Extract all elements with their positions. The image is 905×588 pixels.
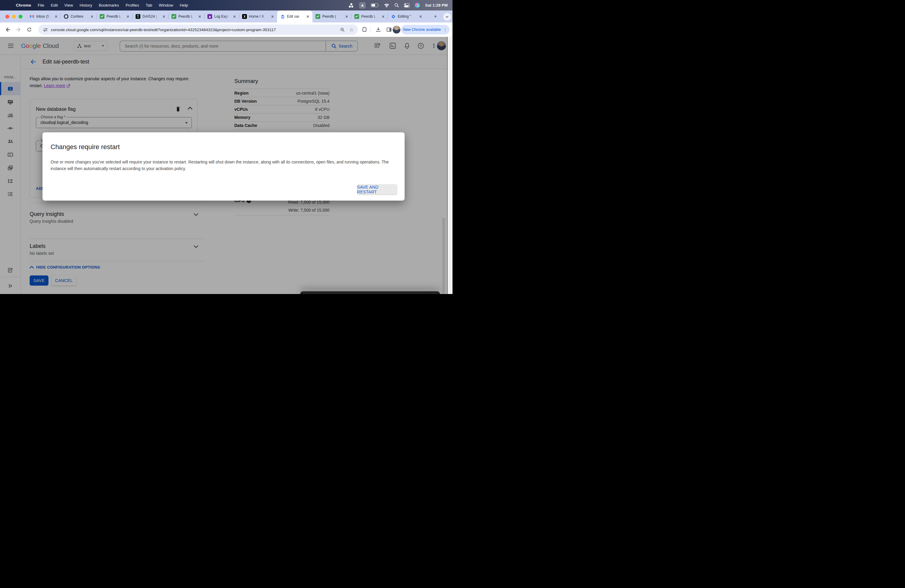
new-tab-button[interactable]: + — [432, 13, 439, 20]
wifi-icon[interactable] — [384, 3, 389, 8]
tab-conference[interactable]: Confere ✕ — [61, 11, 97, 22]
close-tab-icon[interactable]: ✕ — [162, 14, 166, 19]
background-window-edge[interactable] — [300, 291, 440, 294]
tab-title: Confere — [71, 14, 88, 19]
browser-menu-icon[interactable]: ⋮ — [443, 27, 448, 32]
update-chrome-chip[interactable]: New Chrome available ⋮ — [401, 25, 449, 35]
bookmark-star-icon[interactable]: ☆ — [349, 27, 354, 33]
tab-title: Peerdb L — [106, 14, 124, 19]
screen: Chrome File Edit View History Bookmarks … — [0, 0, 452, 294]
close-tab-icon[interactable]: ✕ — [126, 14, 130, 19]
tab-title: Log Expl — [214, 14, 230, 19]
dialog-title: Changes require restart — [51, 143, 120, 151]
menu-profiles[interactable]: Profiles — [122, 3, 143, 8]
x-favicon: X — [242, 14, 247, 19]
site-info-icon[interactable] — [43, 27, 48, 32]
tab-editing[interactable]: Editing " ✕ — [388, 11, 425, 22]
tab-title: DAIS24 ( — [143, 14, 159, 19]
close-tab-icon[interactable]: ✕ — [418, 14, 423, 19]
gmail-favicon — [29, 14, 34, 19]
tab-peerdb-3[interactable]: Peerdb ( ✕ — [313, 11, 351, 22]
update-chip-label: New Chrome available — [403, 27, 441, 32]
downloads-icon[interactable] — [375, 26, 382, 33]
close-tab-icon[interactable]: ✕ — [270, 14, 275, 19]
editing-app-favicon — [391, 14, 395, 19]
peerdb-favicon — [171, 14, 176, 19]
menu-window[interactable]: Window — [155, 3, 176, 8]
tab-peerdb-2[interactable]: Peerdb L ✕ — [168, 11, 205, 22]
forward-icon[interactable] — [15, 26, 22, 33]
tab-title: Peerdb ( — [322, 14, 342, 19]
tab-log-explorer[interactable]: Log Expl ✕ — [205, 11, 239, 22]
tab-x-home[interactable]: X Home / X ✕ — [239, 11, 277, 22]
peerdb-favicon — [100, 14, 105, 19]
back-icon[interactable] — [4, 26, 11, 33]
menu-file[interactable]: File — [35, 3, 48, 8]
tab-dais24[interactable]: DAIS DAIS24 ( ✕ — [133, 11, 168, 22]
dialog-body-text: One or more changes you've selected will… — [51, 159, 398, 172]
restart-confirmation-dialog: Changes require restart One or more chan… — [43, 132, 405, 200]
background-window-sliver[interactable] — [447, 37, 452, 294]
menu-view[interactable]: View — [61, 3, 76, 8]
siri-icon[interactable] — [415, 3, 420, 8]
tab-title: Peerdb L — [361, 14, 379, 19]
menu-edit[interactable]: Edit — [48, 3, 61, 8]
datadog-favicon — [207, 14, 212, 19]
extensions-icon[interactable] — [361, 26, 368, 33]
menu-bookmarks[interactable]: Bookmarks — [95, 3, 122, 8]
dais-favicon: DAIS — [136, 14, 140, 19]
url-text[interactable]: console.cloud.google.com/sql/instances/s… — [51, 27, 340, 32]
close-tab-icon[interactable]: ✕ — [232, 14, 237, 19]
dialog-save-and-restart-button[interactable]: SAVE AND RESTART — [357, 184, 397, 195]
tab-title: Editing " — [398, 14, 416, 19]
spotlight-search-icon[interactable] — [394, 3, 399, 8]
stats-widget-icon[interactable] — [349, 3, 354, 8]
close-tab-icon[interactable]: ✕ — [345, 14, 349, 19]
menu-chrome[interactable]: Chrome — [13, 3, 35, 8]
menu-tab[interactable]: Tab — [143, 3, 156, 8]
postgresql-favicon — [64, 14, 68, 19]
menu-bar-clock[interactable]: Sat 1:29 PM — [425, 3, 448, 8]
minimize-window-button[interactable] — [12, 15, 16, 19]
tab-edit-instance-active[interactable]: Edit sai- ✕ — [277, 11, 313, 22]
tab-search-button[interactable] — [443, 13, 451, 21]
close-tab-icon[interactable]: ✕ — [197, 14, 202, 19]
peerdb-favicon — [316, 14, 320, 19]
menu-help[interactable]: Help — [176, 3, 191, 8]
chrome-tab-strip: Inbox (5 ✕ Confere ✕ Peerdb L ✕ DAIS DAI… — [0, 11, 452, 22]
window-controls — [5, 15, 22, 19]
control-center-icon[interactable] — [404, 3, 410, 8]
zoom-window-button[interactable] — [19, 15, 22, 19]
side-panel-icon[interactable] — [386, 26, 393, 33]
chrome-toolbar: console.cloud.google.com/sql/instances/s… — [0, 22, 452, 37]
peerdb-favicon — [354, 14, 359, 19]
close-tab-icon[interactable]: ✕ — [90, 14, 94, 19]
screenshot-app-icon[interactable] — [359, 2, 366, 9]
close-tab-icon[interactable]: ✕ — [306, 14, 310, 19]
zoom-page-icon[interactable] — [340, 27, 345, 32]
toolbar-divider — [370, 27, 371, 33]
browser-profile-avatar[interactable] — [393, 26, 400, 33]
battery-icon[interactable] — [371, 3, 379, 7]
close-tab-icon[interactable]: ✕ — [381, 14, 386, 19]
tab-title: Peerdb L — [178, 14, 195, 19]
tab-peerdb-4[interactable]: Peerdb L ✕ — [351, 11, 388, 22]
tab-inbox[interactable]: Inbox (5 ✕ — [26, 11, 61, 22]
page-scrollbar[interactable] — [442, 218, 445, 294]
menu-history[interactable]: History — [76, 3, 95, 8]
address-bar[interactable]: console.cloud.google.com/sql/instances/s… — [38, 25, 358, 35]
macos-menu-bar: Chrome File Edit View History Bookmarks … — [0, 0, 452, 11]
tab-peerdb-1[interactable]: Peerdb L ✕ — [97, 11, 133, 22]
reload-icon[interactable] — [26, 26, 33, 33]
close-tab-icon[interactable]: ✕ — [54, 14, 58, 19]
close-window-button[interactable] — [5, 15, 9, 19]
tab-title: Edit sai- — [287, 14, 303, 19]
tab-title: Home / X — [249, 14, 268, 19]
tab-title: Inbox (5 — [36, 14, 52, 19]
cloud-sql-favicon — [280, 14, 285, 19]
